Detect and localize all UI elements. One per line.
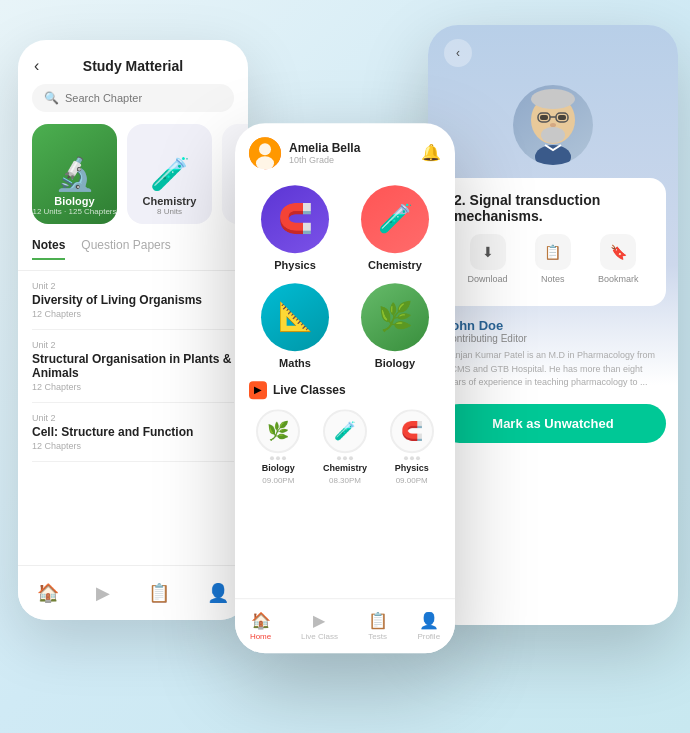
live-biology-time: 09.00PM xyxy=(262,476,294,485)
physics-label: Physics xyxy=(274,259,316,271)
live-dot-icon: ▶ xyxy=(249,381,267,399)
live-chemistry-icon: 🧪 xyxy=(323,409,367,453)
search-input[interactable] xyxy=(65,92,222,104)
live-physics-dots xyxy=(404,456,420,460)
svg-point-7 xyxy=(550,123,556,127)
note-item-1[interactable]: Unit 2 Diversity of Living Organisms 12 … xyxy=(32,271,234,330)
svg-point-8 xyxy=(541,127,565,143)
bnc-tests[interactable]: 📋 Tests xyxy=(368,611,388,641)
teacher-avatar xyxy=(513,85,593,165)
live-physics-time: 09.00PM xyxy=(396,476,428,485)
center-header: Amelia Bella 10th Grade 🔔 xyxy=(235,123,455,177)
bnc-home[interactable]: 🏠 Home xyxy=(250,611,271,641)
live-classes-header: ▶ Live Classes xyxy=(249,381,441,399)
note-chapters-1: 12 Chapters xyxy=(32,309,234,319)
biology-label: Biology xyxy=(375,357,415,369)
bell-icon[interactable]: 🔔 xyxy=(421,143,441,162)
subjects-grid: 🧲 Physics 🧪 Chemistry 📐 Maths 🌿 Biology xyxy=(235,177,455,381)
flask-icon: 🧪 xyxy=(150,155,190,193)
svg-point-11 xyxy=(259,143,271,155)
subject-card-biology[interactable]: 🔬 Biology 12 Units · 125 Chapters xyxy=(32,124,117,224)
notes-icon: 📋 xyxy=(535,234,571,270)
right-back-button[interactable]: ‹ xyxy=(444,39,472,67)
bnc-profile[interactable]: 👤 Profile xyxy=(417,611,440,641)
nav-profile-icon[interactable]: 👤 xyxy=(207,582,229,604)
tab-notes[interactable]: Notes xyxy=(32,238,65,260)
live-chemistry-time: 08.30PM xyxy=(329,476,361,485)
bottom-nav-center: 🏠 Home ▶ Live Class 📋 Tests 👤 Profile xyxy=(235,598,455,653)
signal-transduction-phone: ‹ xyxy=(428,25,678,625)
bnc-liveclass[interactable]: ▶ Live Class xyxy=(301,611,338,641)
nav-notes-icon[interactable]: 📋 xyxy=(148,582,170,604)
note-item-2[interactable]: Unit 2 Structural Organisation in Plants… xyxy=(32,330,234,403)
subject-physics[interactable]: 🧲 Physics xyxy=(251,185,339,271)
note-title-3: Cell: Structure and Function xyxy=(32,425,234,439)
bnc-liveclass-icon: ▶ xyxy=(313,611,325,630)
notes-label: Notes xyxy=(541,274,565,284)
dot3 xyxy=(282,456,286,460)
chemistry-label: Chemistry xyxy=(368,259,422,271)
physics-circle: 🧲 xyxy=(261,185,329,253)
tab-question-papers[interactable]: Question Papers xyxy=(81,238,170,260)
user-details: Amelia Bella 10th Grade xyxy=(289,141,360,165)
bnc-home-icon: 🏠 xyxy=(251,611,271,630)
dot2 xyxy=(343,456,347,460)
live-class-physics[interactable]: 🧲 Physics 09.00PM xyxy=(382,409,441,485)
live-classes-section: ▶ Live Classes 🌿 Biology 09.00PM 🧪 xyxy=(235,381,455,485)
bnc-liveclass-label: Live Class xyxy=(301,632,338,641)
live-chemistry-dots xyxy=(337,456,353,460)
subjects-row: 🔬 Biology 12 Units · 125 Chapters 🧪 Chem… xyxy=(18,124,248,238)
subject-card-chemistry[interactable]: 🧪 Chemistry 8 Units xyxy=(127,124,212,224)
bnc-tests-label: Tests xyxy=(368,632,387,641)
svg-point-1 xyxy=(531,89,575,109)
chemistry-circle: 🧪 xyxy=(361,185,429,253)
phone-back-header: ‹ Study Matterial xyxy=(18,40,248,84)
dot2 xyxy=(410,456,414,460)
bookmark-label: Bookmark xyxy=(598,274,639,284)
phone-right-header: ‹ xyxy=(428,25,678,75)
subject-biology[interactable]: 🌿 Biology xyxy=(351,283,439,369)
mark-watched-button[interactable]: Mark as Unwatched xyxy=(440,404,666,443)
dot3 xyxy=(349,456,353,460)
live-biology-dots xyxy=(270,456,286,460)
svg-rect-2 xyxy=(540,115,548,120)
note-chapters-2: 12 Chapters xyxy=(32,382,234,392)
note-unit-3: Unit 2 xyxy=(32,413,234,423)
svg-rect-3 xyxy=(558,115,566,120)
author-name: John Doe xyxy=(444,318,662,333)
svg-point-9 xyxy=(535,145,571,165)
bookmark-action[interactable]: 🔖 Bookmark xyxy=(598,234,639,284)
dot1 xyxy=(404,456,408,460)
chemistry-flask-icon: 🧪 xyxy=(378,202,413,235)
live-class-chemistry[interactable]: 🧪 Chemistry 08.30PM xyxy=(316,409,375,485)
note-chapters-3: 12 Chapters xyxy=(32,441,234,451)
bottom-nav-back: 🏠 ▶ 📋 👤 xyxy=(18,565,248,620)
teacher-avatar-svg xyxy=(513,85,593,165)
search-bar[interactable]: 🔍 xyxy=(32,84,234,112)
note-item-3[interactable]: Unit 2 Cell: Structure and Function 12 C… xyxy=(32,403,234,462)
lesson-info-card: 2. Signal transduction mechanisms. ⬇ Dow… xyxy=(440,178,666,306)
bnc-profile-label: Profile xyxy=(417,632,440,641)
dot1 xyxy=(337,456,341,460)
note-unit-2: Unit 2 xyxy=(32,340,234,350)
subject-chemistry[interactable]: 🧪 Chemistry xyxy=(351,185,439,271)
live-biology-icon: 🌿 xyxy=(256,409,300,453)
user-avatar xyxy=(249,137,281,169)
phone-back-title: Study Matterial xyxy=(83,58,183,74)
back-arrow-icon[interactable]: ‹ xyxy=(34,57,39,75)
nav-video-icon[interactable]: ▶ xyxy=(96,582,110,604)
author-bio: Ranjan Kumar Patel is an M.D in Pharmaco… xyxy=(444,349,662,390)
note-title-1: Diversity of Living Organisms xyxy=(32,293,234,307)
download-action[interactable]: ⬇ Download xyxy=(468,234,508,284)
download-icon: ⬇ xyxy=(470,234,506,270)
maths-circle: 📐 xyxy=(261,283,329,351)
tabs-row: Notes Question Papers xyxy=(18,238,248,271)
nav-home-icon[interactable]: 🏠 xyxy=(37,582,59,604)
avatar-area xyxy=(428,75,678,170)
biology-leaf-icon: 🌿 xyxy=(378,300,413,333)
subject-maths[interactable]: 📐 Maths xyxy=(251,283,339,369)
notes-action[interactable]: 📋 Notes xyxy=(535,234,571,284)
biology-card-sub: 12 Units · 125 Chapters xyxy=(32,207,116,216)
study-material-phone: ‹ Study Matterial 🔍 🔬 Biology 12 Units ·… xyxy=(18,40,248,620)
live-class-biology[interactable]: 🌿 Biology 09.00PM xyxy=(249,409,308,485)
